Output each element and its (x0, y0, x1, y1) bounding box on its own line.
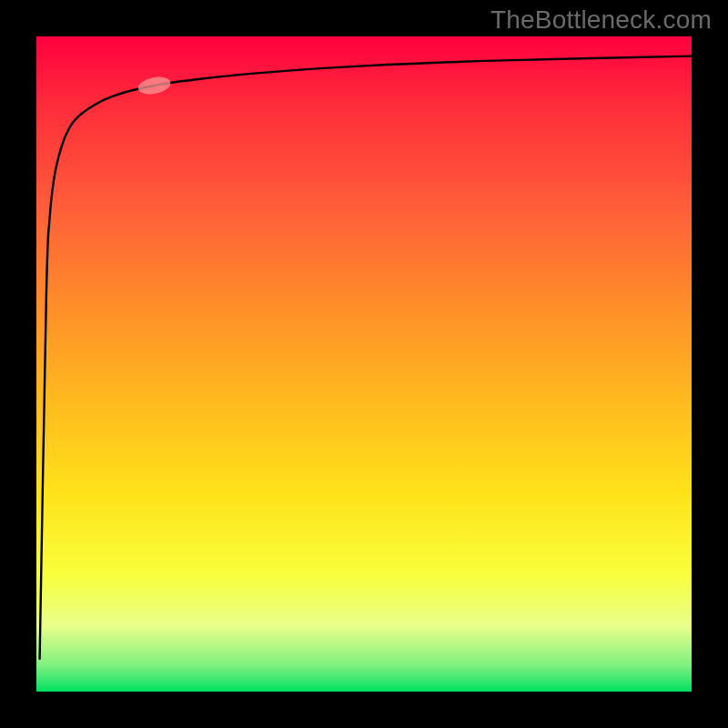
chart-frame: TheBottleneck.com (0, 0, 728, 728)
plot-area (36, 36, 692, 692)
curve-layer (36, 36, 692, 692)
watermark-text: TheBottleneck.com (490, 5, 712, 35)
highlight-marker (136, 75, 172, 96)
bottleneck-curve (40, 56, 692, 659)
